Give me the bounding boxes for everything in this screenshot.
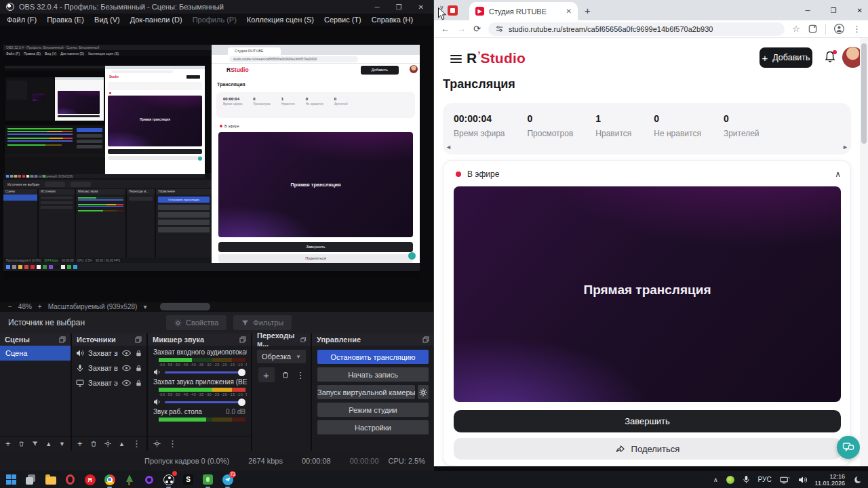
obs-menu-edit[interactable]: Правка (E) [47,16,84,24]
start-virtual-camera-button[interactable]: Запуск виртуальной камеры [317,385,415,399]
language-indicator[interactable]: РУС [758,476,772,483]
network-icon[interactable] [780,476,790,484]
chrome-icon[interactable] [104,474,115,485]
night-mode-moon-icon[interactable] [853,475,863,485]
start-recording-button[interactable]: Начать запись [317,367,429,382]
obs-menu-tools[interactable]: Сервис (T) [324,16,361,24]
mixer-options-icon[interactable] [153,440,161,447]
move-scene-up-button[interactable]: ▲ [45,441,52,447]
close-button[interactable]: ✕ [418,3,424,11]
notifications-bell-icon[interactable] [823,50,838,65]
bookmark-star-icon[interactable]: ☆ [792,24,800,34]
active-tab[interactable]: ▶ Студия RUTUBE ✕ [469,2,578,20]
obs-menu-profile[interactable]: Профиль (P) [193,16,237,24]
tab-close-icon[interactable]: ✕ [566,7,572,15]
file-explorer-icon[interactable] [45,474,56,485]
hamburger-menu-icon[interactable] [450,55,462,63]
remove-scene-button[interactable] [18,440,24,448]
forward-button[interactable]: → [457,24,466,34]
yandex-browser-icon[interactable]: Я [84,474,96,485]
source-properties-button[interactable] [104,440,111,447]
kebab-menu-icon[interactable]: ⋮ [132,439,141,449]
properties-button[interactable]: Свойства [166,315,226,330]
mixer-dock-header[interactable]: Микшер звука [148,333,251,346]
stats-scroll-left-icon[interactable]: ◄ [446,144,452,150]
volume-slider[interactable] [165,401,244,403]
zoom-mode-select[interactable]: Масштабируемый (939x528) [48,303,138,310]
profile-icon[interactable] [833,23,845,35]
slider-knob[interactable] [238,369,245,376]
source-row-audio[interactable]: Захват зву [72,346,146,361]
maximize-button[interactable]: ❒ [831,7,837,14]
minimize-button[interactable]: ─ [806,7,810,14]
obs-menu-scene-collection[interactable]: Коллекция сцен (S) [247,16,314,24]
source-row-mic[interactable]: Захват вхо [72,361,146,375]
settings-button[interactable]: Настройки [317,420,429,434]
finish-stream-button[interactable]: Завершить [454,410,841,432]
chat-fab[interactable] [837,436,860,459]
move-scene-down-button[interactable]: ▼ [59,441,65,447]
maximize-button[interactable]: ❒ [396,3,402,11]
extensions-icon[interactable] [808,24,818,34]
preview-scrollbar[interactable] [160,303,210,310]
obs-menu-docks[interactable]: Док-панели (D) [130,16,182,24]
browser-menu-icon[interactable]: ⋮ [852,24,861,34]
opera-gx-icon[interactable] [143,474,155,485]
zoom-in-button[interactable]: + [38,303,42,310]
address-bar[interactable]: studio.rutube.ru/stream/ca5f65656a0fc969… [488,22,785,36]
pinned-tab[interactable] [448,5,458,16]
speaker-icon[interactable] [153,398,161,406]
virtual-camera-settings-button[interactable] [418,385,429,399]
add-scene-button[interactable]: + [5,439,11,449]
obs-taskbar-icon[interactable] [163,474,174,485]
new-tab-button[interactable]: + [585,5,591,16]
reload-button[interactable]: ⟳ [473,24,481,34]
remove-source-button[interactable] [90,440,97,448]
tray-green-icon[interactable] [726,476,734,484]
tray-chevron-icon[interactable]: ∧ [713,476,718,483]
move-source-up-button[interactable]: ▲ [119,441,125,447]
slider-knob[interactable] [238,399,245,406]
transition-select[interactable]: Обрезка ▼ [257,350,306,363]
obs-menu-help[interactable]: Справка (H) [372,16,413,24]
lock-icon[interactable] [135,380,142,387]
kebab-menu-icon[interactable]: ⋮ [168,439,177,449]
start-button[interactable] [5,474,17,485]
sources-dock-header[interactable]: Источники [72,333,146,346]
stop-streaming-button[interactable]: Остановить трансляцию [317,350,429,364]
close-button[interactable]: ✕ [857,7,863,14]
studio-mode-button[interactable]: Режим студии [317,403,429,417]
task-view-icon[interactable] [25,474,37,485]
add-button[interactable]: + Добавить [760,47,812,68]
filters-button[interactable]: Фильтры [233,315,292,330]
scene-filters-button[interactable] [32,440,38,447]
obs-menu-view[interactable]: Вид (V) [94,16,120,24]
collapse-chevron-icon[interactable]: ∧ [835,169,841,179]
add-source-button[interactable]: + [77,439,83,449]
back-button[interactable]: ← [441,24,450,34]
transitions-dock-header[interactable]: Переходы м... [252,333,311,346]
site-info-icon[interactable] [495,24,504,33]
avatar[interactable] [842,47,860,68]
studio-logo[interactable]: R’Studio [467,49,526,66]
obs-titlebar[interactable]: OBS 32.0.4 - Профиль: Безымянный - Сцены… [0,0,434,14]
add-transition-button[interactable]: + [258,367,275,382]
page-scrollbar[interactable] [860,38,868,466]
controls-dock-header[interactable]: Управление [312,333,434,346]
lock-icon[interactable] [135,350,142,357]
shotcut-icon[interactable]: S [182,474,194,485]
speaker-icon[interactable] [153,368,161,376]
obs-preview-canvas[interactable]: OBS 32.0.4 - Профиль: Безымянный - Сцены… [0,26,434,302]
share-button[interactable]: Поделиться [454,438,841,460]
stats-scroll-right-icon[interactable]: ► [842,144,848,150]
opera-icon[interactable] [64,474,76,485]
eye-icon[interactable] [122,380,131,386]
tree-app-icon[interactable] [123,474,135,485]
scenes-dock-header[interactable]: Сцены [0,333,71,346]
tray-microphone-icon[interactable] [743,475,750,484]
volume-icon[interactable] [798,476,807,484]
kebab-menu-icon[interactable]: ⋮ [296,370,305,380]
lock-icon[interactable] [135,365,142,372]
scene-list-item[interactable]: Сцена [0,346,71,361]
taskbar-clock[interactable]: 12:16 11.01.2026 [815,473,845,487]
